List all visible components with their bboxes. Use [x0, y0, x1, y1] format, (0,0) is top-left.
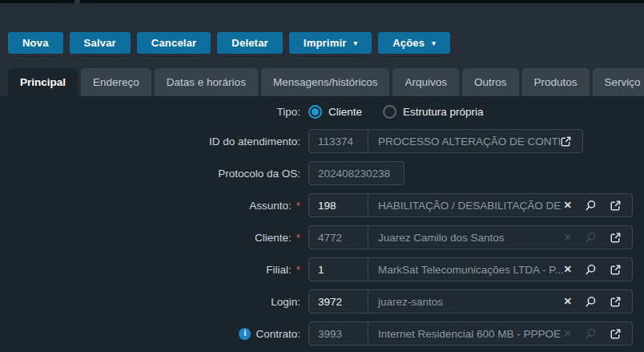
- external-link-icon[interactable]: [610, 200, 622, 212]
- contrato-field: 3993 Internet Residencial 600 MB - PPPOE…: [308, 322, 633, 346]
- contrato-code-input[interactable]: 3993: [309, 322, 368, 345]
- form-row-cliente: Cliente: * 4772 Juarez Camilo dos Santos…: [0, 221, 644, 253]
- nova-button[interactable]: Nova: [8, 32, 63, 54]
- tab-arquivos-label: Arquivos: [405, 76, 447, 88]
- tipo-radio-group: Cliente Estrutura própria: [308, 105, 505, 119]
- id-atendimento-description: PROCESSO ALTERAÇÃO DE CONTRA...: [368, 136, 560, 148]
- external-link-icon[interactable]: [610, 232, 622, 244]
- caret-down-icon: ▾: [432, 40, 436, 47]
- form-row-contrato: i Contrato: 3993 Internet Residencial 60…: [0, 318, 644, 350]
- radio-option-estrutura-propria[interactable]: Estrutura própria: [383, 105, 484, 119]
- required-marker: *: [296, 200, 300, 212]
- tab-outros[interactable]: Outros: [462, 68, 519, 96]
- clear-icon[interactable]: ✕: [564, 200, 572, 211]
- assunto-code-input[interactable]: 198: [309, 194, 368, 216]
- id-atendimento-code-input[interactable]: 113374: [309, 130, 368, 152]
- form-row-id-atendimento: ID do atendimento: 113374 PROCESSO ALTER…: [0, 125, 644, 157]
- tab-mensagens-historicos-label: Mensagens/históricos: [273, 76, 378, 88]
- deletar-button-label: Deletar: [231, 37, 268, 49]
- imprimir-dropdown-button[interactable]: Imprimir ▾: [289, 32, 372, 54]
- caret-down-icon: ▾: [353, 40, 357, 47]
- login-field-icons: ✕: [564, 296, 632, 308]
- form-row-assunto: Assunto: * 198 HABILITAÇÃO / DESABILITAÇ…: [0, 189, 644, 221]
- form-row-protocolo-os: Protocolo da OS: 202408230238: [0, 157, 644, 189]
- external-link-icon[interactable]: [610, 264, 622, 276]
- assunto-field: 198 HABILITAÇÃO / DESABILITAÇÃO DE ... ✕: [308, 193, 633, 217]
- assunto-label: Assunto: *: [0, 200, 308, 212]
- tab-servico[interactable]: Serviço: [593, 68, 644, 96]
- id-atendimento-field: 113374 PROCESSO ALTERAÇÃO DE CONTRA...: [308, 129, 583, 153]
- acoes-dropdown-button[interactable]: Ações ▾: [378, 32, 450, 54]
- tab-arquivos[interactable]: Arquivos: [392, 68, 459, 96]
- tab-endereco-label: Endereço: [93, 76, 139, 88]
- search-icon[interactable]: [585, 200, 597, 212]
- contrato-label: i Contrato:: [0, 328, 308, 340]
- login-description: juarez-santos: [368, 296, 564, 308]
- filial-label: Filial: *: [0, 264, 308, 276]
- tab-principal[interactable]: Principal: [8, 68, 78, 96]
- required-marker: *: [296, 232, 300, 244]
- info-icon[interactable]: i: [239, 328, 251, 340]
- tab-produtos-label: Produtos: [534, 76, 578, 88]
- form-row-login: Login: 3972 juarez-santos ✕: [0, 285, 644, 318]
- tab-mensagens-historicos[interactable]: Mensagens/históricos: [261, 68, 390, 96]
- radio-cliente-label: Cliente: [328, 106, 362, 118]
- clear-icon[interactable]: ✕: [564, 265, 572, 275]
- radio-unselected-icon[interactable]: [383, 105, 396, 119]
- filial-code-input[interactable]: 1: [309, 258, 368, 281]
- external-link-icon[interactable]: [610, 296, 622, 308]
- login-label: Login:: [0, 296, 308, 308]
- required-marker: *: [296, 264, 300, 276]
- cliente-code-input[interactable]: 4772: [309, 226, 368, 249]
- tab-principal-label: Principal: [20, 76, 66, 88]
- contrato-field-icons: ✕: [564, 328, 632, 340]
- clear-icon-disabled: ✕: [564, 233, 572, 243]
- form-row-filial: Filial: * 1 MarkSat Telecomunicações LTD…: [0, 253, 644, 285]
- imprimir-button-label: Imprimir: [304, 37, 347, 49]
- tab-bar: Principal Endereço Datas e horários Mens…: [8, 68, 644, 96]
- search-icon-disabled: [585, 232, 597, 244]
- protocolo-os-input[interactable]: 202408230238: [308, 161, 405, 185]
- cliente-description: Juarez Camilo dos Santos: [368, 232, 564, 244]
- id-atendimento-label: ID do atendimento:: [0, 136, 308, 148]
- tipo-label: Tipo:: [0, 106, 308, 118]
- principal-tab-panel: Tipo: Cliente Estrutura própria ID do at…: [0, 96, 644, 352]
- assunto-description: HABILITAÇÃO / DESABILITAÇÃO DE ...: [368, 200, 564, 212]
- tab-datas-e-horarios[interactable]: Datas e horários: [155, 68, 258, 96]
- cancelar-button[interactable]: Cancelar: [137, 32, 211, 54]
- tab-outros-label: Outros: [474, 76, 507, 88]
- cliente-field-icons: ✕: [564, 232, 632, 244]
- clear-icon-disabled: ✕: [564, 329, 572, 339]
- radio-estrutura-propria-label: Estrutura própria: [403, 106, 484, 118]
- cliente-field: 4772 Juarez Camilo dos Santos ✕: [308, 225, 633, 249]
- action-toolbar: Nova Salvar Cancelar Deletar Imprimir ▾ …: [8, 32, 450, 54]
- radio-option-cliente[interactable]: Cliente: [308, 105, 362, 119]
- filial-field-icons: ✕: [564, 264, 632, 276]
- clear-icon[interactable]: ✕: [564, 297, 572, 307]
- search-icon-disabled: [585, 328, 597, 340]
- salvar-button-label: Salvar: [84, 37, 116, 49]
- tab-servico-label: Serviço: [605, 76, 641, 88]
- form-row-tipo: Tipo: Cliente Estrutura própria: [0, 99, 644, 125]
- filial-field: 1 MarkSat Telecomunicações LTDA - P... ✕: [308, 257, 633, 281]
- external-link-icon[interactable]: [560, 136, 572, 148]
- protocolo-os-label: Protocolo da OS:: [0, 168, 308, 180]
- search-icon[interactable]: [585, 264, 597, 276]
- external-link-icon[interactable]: [610, 328, 622, 340]
- tab-produtos[interactable]: Produtos: [522, 68, 590, 96]
- search-icon[interactable]: [585, 296, 597, 308]
- id-atendimento-field-icons: [560, 136, 582, 148]
- salvar-button[interactable]: Salvar: [70, 32, 131, 54]
- deletar-button[interactable]: Deletar: [217, 32, 282, 54]
- radio-selected-icon[interactable]: [308, 105, 322, 119]
- acoes-button-label: Ações: [392, 37, 425, 49]
- contrato-description: Internet Residencial 600 MB - PPPOE: [368, 328, 564, 340]
- filial-description: MarkSat Telecomunicações LTDA - P...: [368, 264, 564, 276]
- cancelar-button-label: Cancelar: [151, 37, 197, 49]
- login-field: 3972 juarez-santos ✕: [308, 289, 633, 314]
- cliente-label: Cliente: *: [0, 232, 308, 244]
- tab-endereco[interactable]: Endereço: [81, 68, 151, 96]
- login-code-input[interactable]: 3972: [309, 290, 368, 313]
- tab-datas-e-horarios-label: Datas e horários: [167, 76, 246, 88]
- nova-button-label: Nova: [22, 37, 49, 49]
